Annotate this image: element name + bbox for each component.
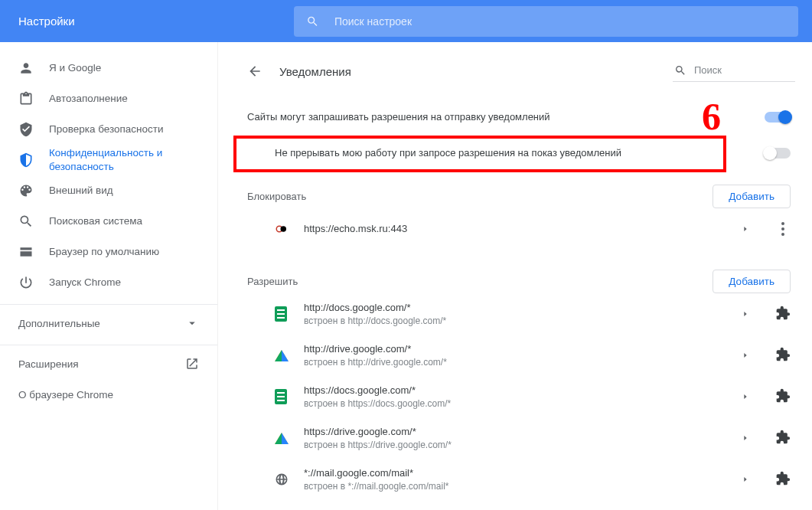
- extension-icon[interactable]: [775, 347, 791, 365]
- search-icon: [674, 64, 686, 77]
- settings-search-input[interactable]: [334, 15, 786, 28]
- sidebar-item-safety-check[interactable]: Проверка безопасности: [0, 114, 208, 145]
- search-icon: [306, 15, 319, 28]
- sidebar-item-label: Внешний вид: [49, 184, 113, 198]
- palette-icon: [18, 183, 49, 198]
- sidebar-item-search-engine[interactable]: Поисковая система: [0, 206, 208, 237]
- sidebar-item-you-and-google[interactable]: Я и Google: [0, 53, 208, 83]
- blocked-site-row[interactable]: https://echo.msk.ru:443: [247, 208, 795, 250]
- chevron-right-icon[interactable]: [742, 224, 749, 234]
- sidebar-item-label: Конфиденциальность и безопасность: [49, 146, 179, 173]
- allowed-site-row[interactable]: http://docs.google.com/*встроен в http:/…: [247, 293, 795, 335]
- extension-icon[interactable]: [775, 430, 791, 447]
- chevron-right-icon[interactable]: [742, 391, 749, 402]
- power-icon: [18, 275, 49, 290]
- chevron-down-icon: [185, 316, 199, 330]
- google-docs-icon: [275, 306, 287, 322]
- annotation-highlight-box: [233, 136, 726, 172]
- site-subtext: встроен в http://drive.google.com/*: [304, 356, 742, 369]
- site-subtext: встроен в http://docs.google.com/*: [304, 315, 742, 328]
- clipboard-icon: [18, 91, 49, 106]
- divider: [0, 304, 217, 305]
- sidebar-about-label: О браузере Chrome: [18, 389, 113, 400]
- site-url: https://echo.msk.ru:443: [304, 222, 742, 236]
- sidebar-item-default-browser[interactable]: Браузер по умолчанию: [0, 237, 208, 267]
- globe-icon: [275, 472, 289, 486]
- site-favicon: [275, 389, 304, 404]
- svg-point-1: [281, 226, 287, 232]
- site-favicon: [275, 433, 304, 444]
- chevron-right-icon[interactable]: [742, 474, 749, 485]
- sidebar-item-appearance[interactable]: Внешний вид: [0, 175, 208, 206]
- extension-icon[interactable]: [775, 306, 791, 323]
- sidebar-item-privacy-security[interactable]: Конфиденциальность и безопасность: [0, 145, 208, 175]
- sidebar-item-label: Браузер по умолчанию: [49, 245, 159, 259]
- sidebar-item-label: Поисковая система: [49, 214, 142, 228]
- toggle-quiet-mode[interactable]: [765, 148, 791, 159]
- content-header: Уведомления: [247, 60, 795, 82]
- open-in-new-icon: [185, 357, 199, 371]
- setting-label: Сайты могут запрашивать разрешения на от…: [247, 111, 765, 123]
- page-title: Уведомления: [279, 65, 351, 78]
- site-url: https://drive.google.com/*: [304, 425, 742, 439]
- section-allow-title: Разрешить: [247, 276, 713, 287]
- google-drive-icon: [275, 433, 289, 444]
- google-docs-icon: [275, 389, 287, 404]
- sidebar-item-on-startup[interactable]: Запуск Chrome: [0, 267, 208, 298]
- site-url: http://docs.google.com/*: [304, 301, 742, 315]
- sidebar-advanced-toggle[interactable]: Дополнительные: [0, 308, 217, 338]
- site-url: http://drive.google.com/*: [304, 342, 742, 356]
- divider: [0, 345, 217, 345]
- page-search-input[interactable]: [694, 64, 786, 76]
- allowed-site-row[interactable]: https://docs.google.com/*встроен в https…: [247, 376, 795, 417]
- site-menu-button[interactable]: [775, 222, 791, 236]
- toggle-sites-can-ask[interactable]: [765, 112, 791, 123]
- app-title: Настройки: [0, 15, 294, 28]
- site-url: https://docs.google.com/*: [304, 384, 742, 397]
- person-icon: [18, 60, 49, 76]
- shield-icon: [18, 152, 49, 168]
- browser-icon: [18, 244, 49, 260]
- extension-icon[interactable]: [775, 471, 791, 489]
- site-subtext: встроен в https://docs.google.com/*: [304, 397, 742, 410]
- site-url: *://mail.google.com/mail*: [304, 466, 742, 480]
- chevron-right-icon[interactable]: [742, 350, 749, 361]
- allowed-site-row[interactable]: https://drive.google.com/*встроен в http…: [247, 417, 795, 459]
- app-header: Настройки: [0, 0, 812, 42]
- sidebar-about-link[interactable]: О браузере Chrome: [0, 379, 217, 410]
- chevron-right-icon[interactable]: [742, 433, 749, 443]
- content: Уведомления 6 Сайты могут запрашивать ра…: [218, 42, 812, 510]
- allowed-site-row[interactable]: *://mail.google.com/mail*встроен в *://m…: [247, 459, 795, 500]
- google-drive-icon: [275, 350, 289, 361]
- sidebar-item-autofill[interactable]: Автозаполнение: [0, 83, 208, 114]
- page-search[interactable]: [673, 60, 795, 82]
- chevron-right-icon[interactable]: [742, 309, 749, 319]
- sidebar-extensions-label: Расширения: [18, 358, 79, 370]
- site-favicon-echo: [275, 222, 304, 236]
- sidebar-item-label: Проверка безопасности: [49, 123, 164, 136]
- sidebar-item-label: Запуск Chrome: [49, 276, 121, 289]
- add-allow-button[interactable]: Добавить: [713, 270, 791, 293]
- sidebar-item-label: Автозаполнение: [49, 92, 128, 106]
- section-allow: Разрешить Добавить: [247, 270, 795, 293]
- allowed-site-row[interactable]: http://drive.google.com/*встроен в http:…: [247, 335, 795, 376]
- section-block: Блокировать Добавить: [247, 185, 795, 208]
- extension-icon[interactable]: [775, 388, 791, 406]
- back-button[interactable]: [247, 64, 263, 79]
- search-icon: [18, 214, 49, 229]
- sidebar-advanced-label: Дополнительные: [18, 318, 100, 329]
- sidebar-item-label: Я и Google: [49, 61, 101, 75]
- site-favicon: [275, 350, 304, 361]
- add-block-button[interactable]: Добавить: [713, 185, 791, 208]
- annotation-number: 6: [702, 94, 721, 139]
- site-favicon: [275, 472, 304, 486]
- settings-search-bar[interactable]: [294, 6, 798, 37]
- arrow-back-icon: [247, 64, 263, 79]
- site-subtext: встроен в *://mail.google.com/mail*: [304, 480, 742, 493]
- section-block-title: Блокировать: [247, 191, 713, 202]
- site-favicon: [275, 306, 304, 322]
- site-subtext: встроен в https://drive.google.com/*: [304, 439, 742, 452]
- sidebar-extensions-link[interactable]: Расширения: [0, 348, 217, 379]
- sidebar: Я и Google Автозаполнение Проверка безоп…: [0, 42, 218, 510]
- shield-check-icon: [18, 122, 49, 137]
